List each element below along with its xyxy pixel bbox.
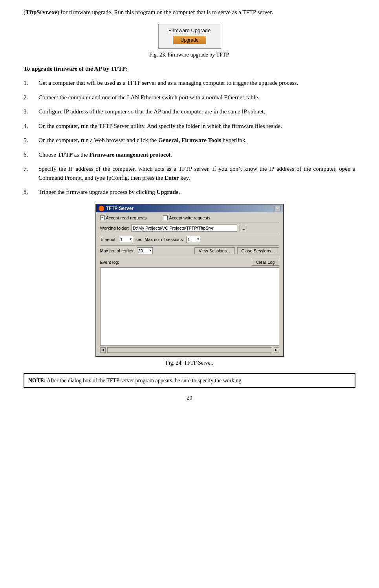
timeout-value: 1 <box>120 237 123 242</box>
sessions-dropdown[interactable]: 1 ▼ <box>186 236 200 243</box>
accept-write-label[interactable]: Accept write requests <box>163 215 210 220</box>
tftp-row-folder: Working folder: ... <box>100 225 279 232</box>
tftp-divider-2 <box>100 234 279 234</box>
step-4: 4. On the computer, run the TFTP Server … <box>24 122 355 131</box>
fig23-caption: Fig. 23. Firmware upgrade by TFTP. <box>24 52 355 58</box>
scroll-left-arrow-icon[interactable]: ◄ <box>100 347 106 353</box>
intro-text: ) for firmware upgrade. Run this program… <box>57 9 273 15</box>
fig24-caption: Fig. 24. TFTP Server. <box>24 360 355 366</box>
step-5-text: On the computer, run a Web browser and c… <box>38 136 355 145</box>
tftp-divider-1 <box>100 223 279 223</box>
step-8-post: . <box>178 189 180 195</box>
step-8-bold: Upgrade <box>157 189 179 195</box>
step-8-text: Trigger the firmware upgrade process by … <box>38 188 355 197</box>
working-folder-input[interactable] <box>131 225 237 232</box>
tftp-divider-3 <box>100 245 279 246</box>
timeout-dropdown[interactable]: 1 ▼ <box>119 236 133 243</box>
step-3: 3. Configure IP address of the computer … <box>24 107 355 116</box>
step-5-num: 5. <box>24 136 38 145</box>
step-4-text: On the computer, run the TFTP Server uti… <box>38 122 355 131</box>
tftp-scrollbar-row: ◄ ► <box>100 347 279 353</box>
tftp-divider-4 <box>100 257 279 257</box>
view-sessions-button[interactable]: View Sessions... <box>194 247 235 254</box>
step-3-text: Configure IP address of the computer so … <box>38 107 355 116</box>
step-6-mid: as the <box>73 152 89 158</box>
tftp-title: TFTP Server <box>106 206 134 211</box>
page-content: (TftpSrvr.exe) for firmware upgrade. Run… <box>24 8 355 401</box>
step-6-post: . <box>170 152 172 158</box>
tftp-body: Accept read requests Accept write reques… <box>96 212 283 356</box>
tftp-titlebar-left: TFTP Server <box>99 206 134 211</box>
step-2-num: 2. <box>24 93 38 102</box>
step-6: 6. Choose TFTP as the Firmware managemen… <box>24 150 355 159</box>
step-6-bold2: Firmware management protocol <box>89 152 170 158</box>
timeout-arrow-icon: ▼ <box>129 237 132 241</box>
step-7-post: key. <box>179 175 190 181</box>
close-sessions-button[interactable]: Close Sessions... <box>237 247 279 254</box>
scroll-right-arrow-icon[interactable]: ► <box>274 347 279 353</box>
step-5-post: hyperlink. <box>221 137 247 143</box>
step-1: 1. Get a computer that will be used as a… <box>24 79 355 88</box>
working-folder-label: Working folder: <box>100 226 129 230</box>
retries-dropdown[interactable]: 20 ▼ <box>137 247 153 254</box>
tftp-titlebar: TFTP Server × <box>96 205 283 212</box>
tftp-row-timeout: Timeout: 1 ▼ sec. Max no. of sessions: 1… <box>100 236 279 243</box>
step-8-num: 8. <box>24 188 38 197</box>
retries-arrow-icon: ▼ <box>149 249 152 252</box>
step-4-num: 4. <box>24 122 38 131</box>
horizontal-scrollbar[interactable] <box>107 347 272 353</box>
step-1-num: 1. <box>24 79 38 88</box>
sessions-arrow-icon: ▼ <box>196 237 200 241</box>
firmware-upgrade-title: Firmware Upgrade <box>164 27 215 33</box>
step-5-pre: On the computer, run a Web browser and c… <box>38 137 158 143</box>
tftp-row-retries: Max no. of retries: 20 ▼ View Sessions..… <box>100 247 279 254</box>
step-7-num: 7. <box>24 164 38 173</box>
fig24-container: TFTP Server × Accept read requests Accep… <box>24 204 355 357</box>
timeout-unit-label: sec. Max no. of sessions: <box>135 237 184 242</box>
tftp-close-button[interactable]: × <box>275 206 281 211</box>
step-7-bold: Enter <box>165 175 179 181</box>
accept-write-text: Accept write requests <box>169 215 210 220</box>
step-2-text: Connect the computer and one of the LAN … <box>38 93 355 102</box>
step-3-num: 3. <box>24 107 38 116</box>
note-text: After the dialog box of the TFTP server … <box>46 378 241 383</box>
section-heading: To upgrade firmware of the AP by TFTP: <box>24 64 355 73</box>
accept-read-checkbox[interactable] <box>100 215 105 220</box>
step-6-num: 6. <box>24 150 38 159</box>
step-7-pre: Specify the IP address of the computer, … <box>38 166 355 181</box>
firmware-upgrade-box: Firmware Upgrade Upgrade <box>158 24 221 49</box>
accept-read-text: Accept read requests <box>106 215 147 220</box>
step-8-pre: Trigger the firmware upgrade process by … <box>38 189 157 195</box>
step-7-text: Specify the IP address of the computer, … <box>38 164 355 182</box>
page-number: 20 <box>24 395 355 401</box>
tftp-eventlog-row: Event log: Clear Log <box>100 259 279 266</box>
tftp-row-checkboxes: Accept read requests Accept write reques… <box>100 215 279 220</box>
retries-value: 20 <box>138 248 143 253</box>
step-1-text: Get a computer that will be used as a TF… <box>38 79 355 88</box>
note-label: NOTE: <box>28 378 46 383</box>
intro-paragraph: (TftpSrvr.exe) for firmware upgrade. Run… <box>24 8 355 17</box>
browse-button[interactable]: ... <box>240 225 247 231</box>
step-5: 5. On the computer, run a Web browser an… <box>24 136 355 145</box>
tftp-dialog: TFTP Server × Accept read requests Accep… <box>95 204 284 357</box>
step-6-bold1: TFTP <box>58 152 73 158</box>
sessions-value: 1 <box>187 237 190 242</box>
event-log-label: Event log: <box>100 260 119 265</box>
event-log-area[interactable] <box>100 267 279 346</box>
step-8: 8. Trigger the firmware upgrade process … <box>24 188 355 197</box>
timeout-label: Timeout: <box>100 237 117 242</box>
note-bar: NOTE: After the dialog box of the TFTP s… <box>24 373 355 388</box>
fig23-container: Firmware Upgrade Upgrade <box>24 24 355 49</box>
clear-log-button[interactable]: Clear Log <box>252 259 279 266</box>
intro-bold-text: TftpSrvr.exe <box>26 9 57 15</box>
step-7: 7. Specify the IP address of the compute… <box>24 164 355 182</box>
step-5-bold: General, Firmware Tools <box>158 137 221 143</box>
upgrade-button[interactable]: Upgrade <box>173 36 206 44</box>
step-2: 2. Connect the computer and one of the L… <box>24 93 355 102</box>
steps-list: 1. Get a computer that will be used as a… <box>24 79 355 197</box>
tftp-app-icon <box>99 206 104 211</box>
accept-read-label[interactable]: Accept read requests <box>100 215 147 220</box>
accept-write-checkbox[interactable] <box>163 215 168 220</box>
step-6-pre: Choose <box>38 152 58 158</box>
step-6-text: Choose TFTP as the Firmware management p… <box>38 150 355 159</box>
